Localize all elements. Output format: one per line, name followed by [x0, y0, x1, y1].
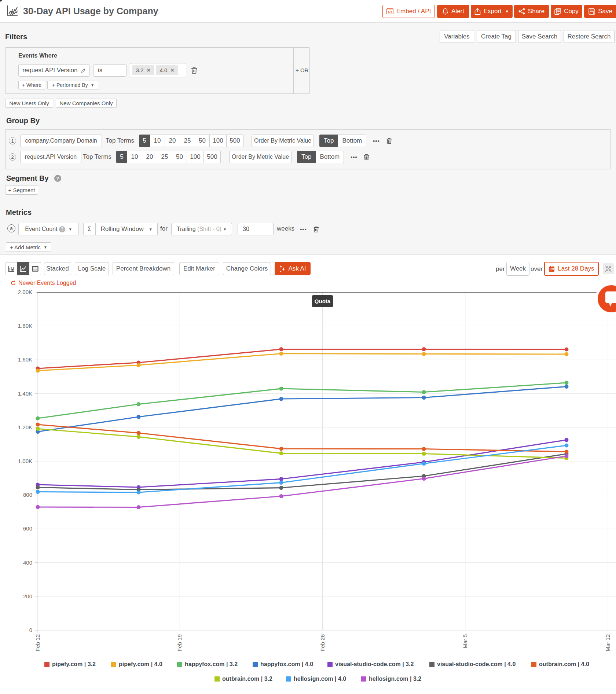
svg-text:Mar 12: Mar 12 — [605, 634, 611, 651]
svg-text:2.00K: 2.00K — [18, 289, 32, 295]
svg-text:1.20K: 1.20K — [18, 424, 32, 430]
svg-text:200: 200 — [23, 593, 32, 599]
svg-text:1.60K: 1.60K — [18, 356, 32, 363]
svg-text:1.40K: 1.40K — [18, 390, 32, 397]
svg-text:800: 800 — [23, 492, 32, 498]
svg-text:Feb 12: Feb 12 — [34, 634, 41, 651]
svg-text:Quota: Quota — [315, 298, 331, 304]
svg-text:Mar 5: Mar 5 — [462, 634, 468, 648]
svg-text:400: 400 — [23, 559, 32, 566]
svg-text:Feb 19: Feb 19 — [176, 634, 183, 651]
svg-text:0: 0 — [29, 627, 32, 633]
svg-text:1.00K: 1.00K — [18, 458, 32, 464]
svg-text:600: 600 — [23, 525, 32, 532]
svg-text:1.80K: 1.80K — [18, 323, 32, 329]
svg-text:Feb 26: Feb 26 — [319, 634, 326, 651]
